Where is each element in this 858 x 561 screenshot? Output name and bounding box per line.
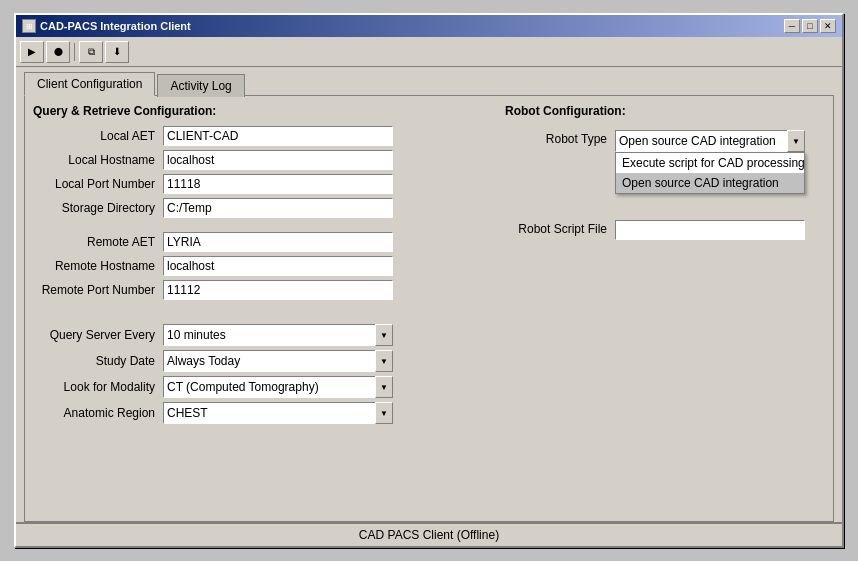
remote-hostname-group: Remote Hostname xyxy=(33,256,497,276)
main-window: ⊞ CAD-PACS Integration Client ─ □ ✕ ▶ ⬤ … xyxy=(14,13,844,548)
spacer2 xyxy=(33,304,497,314)
modality-wrapper: CT (Computed Tomography) ▼ xyxy=(163,376,393,398)
dropdown-item-execute[interactable]: Execute script for CAD processing xyxy=(616,153,804,173)
study-date-group: Study Date Always Today ▼ xyxy=(33,350,497,372)
robot-type-dropdown: Execute script for CAD processing Open s… xyxy=(615,152,805,194)
query-server-select[interactable]: 10 minutes xyxy=(163,324,393,346)
dropdown-item-opensource[interactable]: Open source CAD integration xyxy=(616,173,804,193)
local-hostname-group: Local Hostname xyxy=(33,150,497,170)
window-title: CAD-PACS Integration Client xyxy=(40,20,191,32)
stop-button[interactable]: ⬤ xyxy=(46,41,70,63)
robot-section-title: Robot Configuration: xyxy=(505,104,825,118)
query-server-group: Query Server Every 10 minutes ▼ xyxy=(33,324,497,346)
toolbar: ▶ ⬤ ⧉ ⬇ xyxy=(16,37,842,67)
query-server-label: Query Server Every xyxy=(33,328,163,342)
right-panel: Robot Configuration: Robot Type Open sou… xyxy=(505,104,825,513)
status-text: CAD PACS Client (Offline) xyxy=(359,528,499,542)
query-server-wrapper: 10 minutes ▼ xyxy=(163,324,393,346)
spacer1 xyxy=(33,222,497,232)
app-icon: ⊞ xyxy=(22,19,36,33)
title-bar-left: ⊞ CAD-PACS Integration Client xyxy=(22,19,191,33)
robot-type-wrapper: Open source CAD integration ▼ Execute sc… xyxy=(615,130,805,152)
copy-button[interactable]: ⧉ xyxy=(79,41,103,63)
title-bar-buttons: ─ □ ✕ xyxy=(784,19,836,33)
play-button[interactable]: ▶ xyxy=(20,41,44,63)
robot-type-label: Robot Type xyxy=(505,130,615,146)
tab-client-configuration[interactable]: Client Configuration xyxy=(24,72,155,96)
minimize-button[interactable]: ─ xyxy=(784,19,800,33)
status-bar: CAD PACS Client (Offline) xyxy=(16,522,842,546)
storage-dir-group: Storage Directory xyxy=(33,198,497,218)
content-area: Query & Retrieve Configuration: Local AE… xyxy=(33,104,825,513)
modality-select[interactable]: CT (Computed Tomography) xyxy=(163,376,393,398)
study-date-label: Study Date xyxy=(33,354,163,368)
remote-port-label: Remote Port Number xyxy=(33,283,163,297)
robot-type-select[interactable]: Open source CAD integration xyxy=(615,130,805,152)
remote-aet-input[interactable] xyxy=(163,232,393,252)
tabs-container: Client Configuration Activity Log xyxy=(16,67,842,95)
remote-port-input[interactable] xyxy=(163,280,393,300)
robot-script-input[interactable] xyxy=(615,220,805,240)
robot-script-label: Robot Script File xyxy=(505,220,615,236)
study-date-wrapper: Always Today ▼ xyxy=(163,350,393,372)
main-content: Query & Retrieve Configuration: Local AE… xyxy=(24,95,834,522)
local-port-group: Local Port Number xyxy=(33,174,497,194)
storage-dir-input[interactable] xyxy=(163,198,393,218)
remote-aet-group: Remote AET xyxy=(33,232,497,252)
anatomic-wrapper: CHEST ▼ xyxy=(163,402,393,424)
remote-hostname-label: Remote Hostname xyxy=(33,259,163,273)
study-date-select[interactable]: Always Today xyxy=(163,350,393,372)
local-aet-input[interactable] xyxy=(163,126,393,146)
anatomic-select[interactable]: CHEST xyxy=(163,402,393,424)
local-port-input[interactable] xyxy=(163,174,393,194)
local-hostname-input[interactable] xyxy=(163,150,393,170)
local-aet-group: Local AET xyxy=(33,126,497,146)
remote-aet-label: Remote AET xyxy=(33,235,163,249)
anatomic-group: Anatomic Region CHEST ▼ xyxy=(33,402,497,424)
title-bar: ⊞ CAD-PACS Integration Client ─ □ ✕ xyxy=(16,15,842,37)
modality-group: Look for Modality CT (Computed Tomograph… xyxy=(33,376,497,398)
maximize-button[interactable]: □ xyxy=(802,19,818,33)
anatomic-label: Anatomic Region xyxy=(33,406,163,420)
spacer3 xyxy=(33,314,497,324)
modality-label: Look for Modality xyxy=(33,380,163,394)
qr-section-title: Query & Retrieve Configuration: xyxy=(33,104,497,118)
robot-script-group: Robot Script File xyxy=(505,220,825,240)
local-hostname-label: Local Hostname xyxy=(33,153,163,167)
local-aet-label: Local AET xyxy=(33,129,163,143)
storage-dir-label: Storage Directory xyxy=(33,201,163,215)
toolbar-separator xyxy=(74,43,75,61)
local-port-label: Local Port Number xyxy=(33,177,163,191)
remote-hostname-input[interactable] xyxy=(163,256,393,276)
left-panel: Query & Retrieve Configuration: Local AE… xyxy=(33,104,497,513)
robot-script-input-area xyxy=(615,220,805,240)
remote-port-group: Remote Port Number xyxy=(33,280,497,300)
tab-activity-log[interactable]: Activity Log xyxy=(157,74,244,97)
import-button[interactable]: ⬇ xyxy=(105,41,129,63)
close-button[interactable]: ✕ xyxy=(820,19,836,33)
robot-type-group: Robot Type Open source CAD integration ▼… xyxy=(505,130,825,152)
